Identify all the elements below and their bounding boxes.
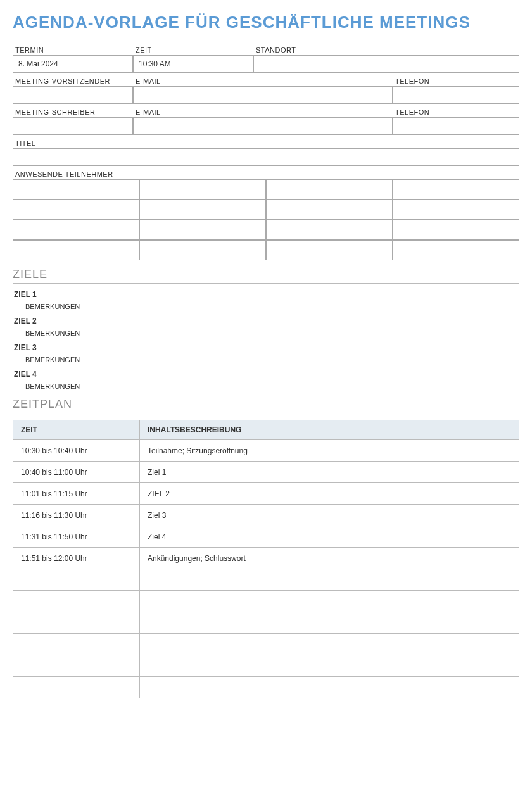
- goal-remark: BEMERKUNGEN: [25, 303, 519, 310]
- attendee-cell[interactable]: [13, 199, 139, 220]
- table-row: 10:30 bis 10:40 UhrTeilnahme; Sitzungser…: [13, 440, 519, 462]
- schedule-time-cell[interactable]: [13, 677, 140, 698]
- goal-item: ZIEL 4 BEMERKUNGEN: [13, 370, 519, 390]
- attendee-cell[interactable]: [393, 179, 519, 199]
- goals-list: ZIEL 1 BEMERKUNGEN ZIEL 2 BEMERKUNGEN ZI…: [13, 290, 519, 390]
- input-date[interactable]: 8. Mai 2024: [13, 55, 133, 73]
- attendee-cell[interactable]: [266, 199, 393, 220]
- label-location: STANDORT: [253, 44, 519, 55]
- label-time: ZEIT: [133, 44, 253, 55]
- goal-title: ZIEL 2: [14, 317, 519, 325]
- attendee-cell[interactable]: [266, 220, 393, 240]
- table-row: 11:51 bis 12:00 UhrAnkündigungen; Schlus…: [13, 548, 519, 569]
- row-date-time-location: TERMIN ZEIT STANDORT 8. Mai 2024 10:30 A…: [13, 44, 519, 73]
- attendee-cell[interactable]: [139, 179, 266, 199]
- table-row: [13, 634, 519, 655]
- label-title: TITEL: [13, 137, 38, 148]
- input-scribe-phone[interactable]: [393, 117, 519, 135]
- schedule-header-desc: INHALTSBESCHREIBUNG: [140, 420, 519, 440]
- schedule-desc-cell[interactable]: Teilnahme; Sitzungseröffnung: [140, 440, 519, 462]
- row-scribe: MEETING-SCHREIBER E-MAIL TELEFON: [13, 106, 519, 135]
- label-scribe-email: E-MAIL: [133, 106, 393, 117]
- row-chair: MEETING-VORSITZENDER E-MAIL TELEFON: [13, 75, 519, 104]
- schedule-desc-cell[interactable]: [140, 677, 519, 698]
- section-schedule-heading: ZEITPLAN: [13, 398, 519, 413]
- attendee-cell[interactable]: [266, 240, 393, 260]
- table-row: [13, 569, 519, 591]
- table-row: [13, 591, 519, 612]
- schedule-time-cell[interactable]: 11:01 bis 11:15 Uhr: [13, 483, 140, 505]
- label-chair-email: E-MAIL: [133, 75, 393, 86]
- table-row: 10:40 bis 11:00 UhrZiel 1: [13, 462, 519, 483]
- schedule-time-cell[interactable]: 11:51 bis 12:00 Uhr: [13, 548, 140, 569]
- schedule-time-cell[interactable]: 10:40 bis 11:00 Uhr: [13, 462, 140, 483]
- schedule-time-cell[interactable]: 11:16 bis 11:30 Uhr: [13, 505, 140, 526]
- schedule-desc-cell[interactable]: [140, 569, 519, 591]
- attendee-cell[interactable]: [139, 220, 266, 240]
- input-time[interactable]: 10:30 AM: [133, 55, 253, 73]
- input-location[interactable]: [253, 55, 519, 73]
- schedule-desc-cell[interactable]: [140, 655, 519, 677]
- attendee-cell[interactable]: [139, 199, 266, 220]
- goal-title: ZIEL 3: [14, 343, 519, 352]
- schedule-time-cell[interactable]: [13, 569, 140, 591]
- schedule-time-cell[interactable]: 11:31 bis 11:50 Uhr: [13, 526, 140, 548]
- input-title[interactable]: [13, 148, 519, 166]
- schedule-time-cell[interactable]: 10:30 bis 10:40 Uhr: [13, 440, 140, 462]
- table-row: [13, 677, 519, 698]
- schedule-header-time: ZEIT: [13, 420, 140, 440]
- row-attendees: ANWESENDE TEILNEHMER: [13, 168, 519, 260]
- schedule-desc-cell[interactable]: Ziel 3: [140, 505, 519, 526]
- page-title: AGENDA-VORLAGE FÜR GESCHÄFTLICHE MEETING…: [13, 13, 519, 32]
- attendee-cell[interactable]: [139, 240, 266, 260]
- goal-title: ZIEL 1: [14, 290, 519, 299]
- schedule-desc-cell[interactable]: ZIEL 2: [140, 483, 519, 505]
- attendee-cell[interactable]: [393, 240, 519, 260]
- schedule-time-cell[interactable]: [13, 655, 140, 677]
- goal-item: ZIEL 2 BEMERKUNGEN: [13, 317, 519, 337]
- input-chair-phone[interactable]: [393, 86, 519, 104]
- label-scribe: MEETING-SCHREIBER: [13, 106, 133, 117]
- goal-item: ZIEL 3 BEMERKUNGEN: [13, 343, 519, 363]
- schedule-desc-cell[interactable]: Ankündigungen; Schlusswort: [140, 548, 519, 569]
- row-title: TITEL: [13, 137, 519, 166]
- schedule-desc-cell[interactable]: Ziel 4: [140, 526, 519, 548]
- schedule-desc-cell[interactable]: [140, 612, 519, 634]
- attendee-cell[interactable]: [266, 179, 393, 199]
- schedule-time-cell[interactable]: [13, 612, 140, 634]
- schedule-desc-cell[interactable]: [140, 591, 519, 612]
- attendee-cell[interactable]: [13, 179, 139, 199]
- schedule-time-cell[interactable]: [13, 634, 140, 655]
- schedule-table: ZEIT INHALTSBESCHREIBUNG 10:30 bis 10:40…: [13, 420, 519, 698]
- table-row: 11:31 bis 11:50 UhrZiel 4: [13, 526, 519, 548]
- schedule-desc-cell[interactable]: Ziel 1: [140, 462, 519, 483]
- input-scribe-email[interactable]: [133, 117, 393, 135]
- goal-remark: BEMERKUNGEN: [25, 329, 519, 337]
- input-scribe[interactable]: [13, 117, 133, 135]
- attendee-cell[interactable]: [13, 220, 139, 240]
- label-chair-phone: TELEFON: [393, 75, 519, 86]
- input-chair[interactable]: [13, 86, 133, 104]
- attendee-cell[interactable]: [393, 220, 519, 240]
- label-scribe-phone: TELEFON: [393, 106, 519, 117]
- section-goals-heading: ZIELE: [13, 268, 519, 284]
- label-date: TERMIN: [13, 44, 133, 55]
- table-row: [13, 612, 519, 634]
- schedule-desc-cell[interactable]: [140, 634, 519, 655]
- goal-remark: BEMERKUNGEN: [25, 356, 519, 363]
- label-attendees: ANWESENDE TEILNEHMER: [13, 168, 116, 179]
- input-chair-email[interactable]: [133, 86, 393, 104]
- table-row: 11:16 bis 11:30 UhrZiel 3: [13, 505, 519, 526]
- goal-title: ZIEL 4: [14, 370, 519, 379]
- attendees-grid: [13, 179, 519, 260]
- table-row: [13, 655, 519, 677]
- attendee-cell[interactable]: [393, 199, 519, 220]
- goal-remark: BEMERKUNGEN: [25, 382, 519, 390]
- schedule-time-cell[interactable]: [13, 591, 140, 612]
- attendee-cell[interactable]: [13, 240, 139, 260]
- label-chair: MEETING-VORSITZENDER: [13, 75, 133, 86]
- table-row: 11:01 bis 11:15 UhrZIEL 2: [13, 483, 519, 505]
- goal-item: ZIEL 1 BEMERKUNGEN: [13, 290, 519, 310]
